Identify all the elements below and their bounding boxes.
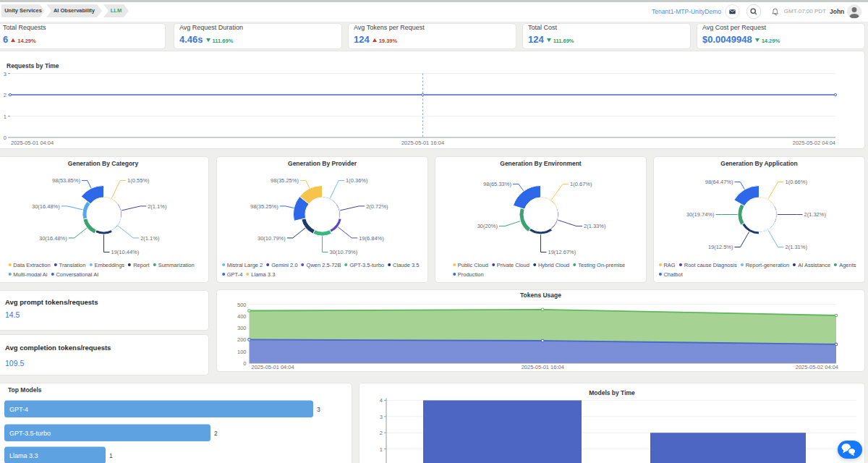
svg-text:3: 3 (4, 71, 7, 77)
svg-text:1(0.67%): 1(0.67%) (570, 181, 592, 187)
svg-text:30(10.79%): 30(10.79%) (258, 235, 286, 242)
svg-text:19(10.44%): 19(10.44%) (111, 249, 140, 255)
svg-text:3: 3 (380, 414, 383, 420)
svg-text:30(20%): 30(20%) (477, 223, 498, 229)
svg-text:500: 500 (237, 302, 247, 308)
svg-text:1: 1 (380, 446, 383, 453)
svg-text:1(0.66%): 1(0.66%) (786, 179, 808, 185)
svg-text:1: 1 (4, 114, 7, 120)
svg-text:19(12.67%): 19(12.67%) (548, 249, 576, 255)
svg-text:19(12.5%): 19(12.5%) (708, 244, 733, 250)
svg-text:0: 0 (243, 360, 246, 367)
svg-text:300: 300 (237, 325, 247, 331)
svg-text:30(19.74%): 30(19.74%) (686, 211, 715, 218)
svg-text:30(16.48%): 30(16.48%) (39, 235, 67, 242)
svg-text:4: 4 (380, 397, 383, 404)
svg-text:1: 1 (109, 452, 113, 459)
svg-text:2(1.32%): 2(1.32%) (804, 211, 827, 218)
svg-text:1(0.36%): 1(0.36%) (346, 177, 368, 184)
svg-text:1(0.55%): 1(0.55%) (127, 177, 150, 184)
svg-text:98(65.33%): 98(65.33%) (483, 181, 511, 187)
svg-text:98(64.47%): 98(64.47%) (705, 179, 733, 185)
svg-text:2(0.72%): 2(0.72%) (366, 203, 388, 210)
svg-text:0: 0 (4, 135, 7, 141)
svg-text:2: 2 (4, 92, 7, 98)
svg-text:Llama 3.3: Llama 3.3 (9, 452, 38, 459)
svg-text:98(53.85%): 98(53.85%) (52, 177, 80, 184)
svg-text:2025-05-01 16:04: 2025-05-01 16:04 (522, 364, 564, 370)
svg-text:400: 400 (237, 313, 247, 320)
svg-text:2025-05-01 04:04: 2025-05-01 04:04 (252, 364, 294, 370)
svg-text:200: 200 (237, 336, 247, 343)
svg-text:2025-05-01 04:04: 2025-05-01 04:04 (11, 140, 54, 146)
svg-text:100: 100 (237, 349, 247, 355)
svg-text:98(35.25%): 98(35.25%) (271, 177, 299, 184)
svg-text:GPT-4: GPT-4 (9, 406, 28, 413)
svg-text:2: 2 (214, 430, 218, 437)
svg-text:30(10.79%): 30(10.79%) (330, 249, 358, 255)
svg-text:19(6.84%): 19(6.84%) (359, 235, 384, 242)
svg-text:2(1.1%): 2(1.1%) (148, 203, 167, 210)
svg-text:3: 3 (317, 406, 320, 413)
svg-text:30(16.48%): 30(16.48%) (32, 203, 60, 210)
svg-text:2(1.33%): 2(1.33%) (584, 223, 606, 229)
svg-text:2025-05-02 04:04: 2025-05-02 04:04 (793, 140, 835, 146)
svg-text:2(1.31%): 2(1.31%) (786, 244, 808, 250)
svg-text:98(35.25%): 98(35.25%) (250, 203, 278, 210)
svg-text:2025-05-02 04:04: 2025-05-02 04:04 (796, 364, 838, 370)
svg-text:2025-05-01 16:04: 2025-05-01 16:04 (401, 140, 444, 146)
svg-text:2(1.1%): 2(1.1%) (140, 235, 160, 242)
svg-text:2: 2 (380, 430, 383, 436)
svg-text:GPT-3.5-turbo: GPT-3.5-turbo (9, 430, 51, 437)
